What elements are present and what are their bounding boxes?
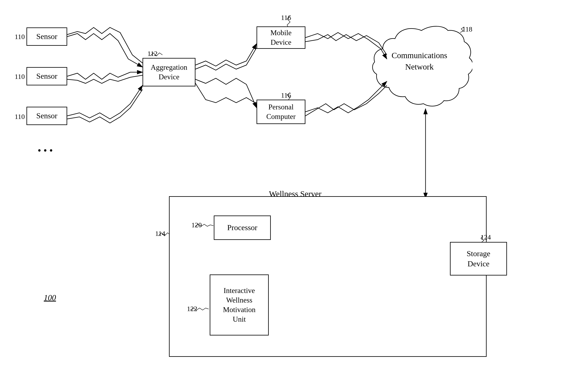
iwmu-label: InteractiveWellnessMotivationUnit [223, 286, 256, 324]
sensor2-label: Sensor [36, 71, 57, 81]
ref-110c: 110 [15, 113, 25, 120]
ref-120-line [195, 223, 214, 228]
processor-label: Processor [227, 223, 257, 233]
iwmu-box: InteractiveWellnessMotivationUnit [210, 275, 269, 335]
sensor1-box: Sensor [27, 28, 67, 46]
ref-116a-line [284, 16, 296, 27]
ref-114-line [158, 232, 171, 238]
storage-device-box: StorageDevice [450, 242, 507, 276]
sensor3-box: Sensor [27, 107, 67, 125]
ref-122-line [190, 307, 211, 312]
personal-computer-label: PersonalComputer [266, 102, 296, 121]
ref-112-line [150, 52, 163, 58]
ref-118-line [458, 27, 466, 33]
mobile-device-label: MobileDevice [270, 28, 291, 47]
sensor3-label: Sensor [36, 111, 57, 121]
aggregation-device-label: AggregationDevice [151, 63, 187, 82]
processor-box: Processor [214, 215, 271, 240]
fig-label-100: 100 [44, 293, 56, 302]
network-label: CommunicationsNetwork [381, 50, 458, 73]
mobile-device-box: MobileDevice [257, 27, 305, 49]
personal-computer-box: PersonalComputer [257, 100, 305, 124]
sensor2-box: Sensor [27, 67, 67, 85]
wellness-server-title: Wellness Server [244, 189, 346, 199]
sensor1-label: Sensor [36, 31, 57, 41]
ref-124-line [479, 236, 489, 243]
diagram: Sensor 110 Sensor 110 Sensor 110 • • • A… [0, 0, 588, 368]
aggregation-device-box: AggregationDevice [143, 58, 195, 86]
ref-110b: 110 [15, 73, 25, 81]
ref-110a: 110 [15, 33, 25, 41]
storage-device-label: StorageDevice [467, 249, 490, 269]
ellipsis-dots: • • • [38, 138, 53, 163]
ref-116b-line [284, 92, 296, 101]
